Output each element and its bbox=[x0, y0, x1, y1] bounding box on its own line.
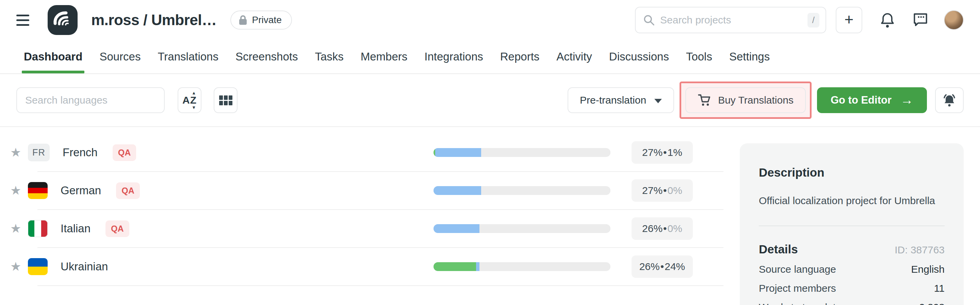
star-icon[interactable]: ★ bbox=[10, 221, 28, 236]
tab-settings[interactable]: Settings bbox=[729, 40, 770, 73]
search-projects-input[interactable] bbox=[660, 14, 808, 26]
progress-stats-badge[interactable]: 26%•0% bbox=[632, 217, 693, 240]
tab-activity[interactable]: Activity bbox=[556, 40, 592, 73]
language-row-ukrainian[interactable]: ★ Ukrainian 26%•24% bbox=[10, 248, 724, 285]
sort-languages-button[interactable]: AZ ▲▼ bbox=[178, 87, 202, 113]
go-to-editor-label: Go to Editor bbox=[830, 94, 891, 106]
progress-stats-badge[interactable]: 26%•24% bbox=[632, 255, 693, 278]
stat-separator: • bbox=[663, 147, 667, 158]
logo-arcs-icon bbox=[52, 10, 73, 30]
buy-translations-button[interactable]: Buy Translations bbox=[685, 87, 806, 113]
arrow-right-icon: → bbox=[900, 93, 913, 106]
description-title: Description bbox=[759, 166, 945, 179]
language-row-italian[interactable]: ★ Italian QA 26%•0% bbox=[10, 210, 724, 247]
detail-label: Words to translate bbox=[759, 302, 842, 305]
pre-translation-label: Pre-translation bbox=[580, 95, 646, 106]
tab-tools[interactable]: Tools bbox=[686, 40, 712, 73]
search-projects-box: / bbox=[635, 7, 826, 33]
progress-translated bbox=[434, 224, 479, 233]
detail-value: 2 898 bbox=[919, 302, 945, 305]
progress-translated bbox=[435, 148, 481, 157]
detail-row-project-members: Project members 11 bbox=[759, 283, 945, 294]
bell-ringing-icon bbox=[942, 93, 957, 107]
shopping-cart-icon bbox=[698, 93, 711, 107]
progress-translated bbox=[434, 186, 481, 195]
stat-translated: 27% bbox=[642, 185, 662, 196]
progress-translated bbox=[476, 262, 479, 271]
progress-stats-badge[interactable]: 27%•1% bbox=[632, 141, 693, 164]
progress-bar bbox=[434, 224, 611, 233]
stat-approved: 1% bbox=[668, 147, 682, 158]
tab-members[interactable]: Members bbox=[361, 40, 408, 73]
tab-discussions[interactable]: Discussions bbox=[609, 40, 669, 73]
search-languages-box bbox=[16, 87, 165, 113]
details-title: Details bbox=[759, 242, 798, 256]
language-row-french[interactable]: ★ FR French QA 27%•1% bbox=[10, 134, 724, 171]
create-project-button[interactable]: + bbox=[836, 7, 862, 33]
language-name[interactable]: Italian bbox=[60, 222, 91, 235]
chevron-down-icon bbox=[654, 99, 662, 103]
detail-row-source-language: Source language English bbox=[759, 264, 945, 275]
search-languages-input[interactable] bbox=[25, 95, 156, 106]
tab-integrations[interactable]: Integrations bbox=[424, 40, 483, 73]
detail-value: English bbox=[911, 264, 945, 275]
go-to-editor-button[interactable]: Go to Editor → bbox=[817, 87, 927, 113]
buy-translations-label: Buy Translations bbox=[718, 95, 794, 106]
stat-translated: 26% bbox=[640, 261, 660, 272]
flag-it bbox=[28, 220, 48, 237]
tab-sources[interactable]: Sources bbox=[99, 40, 140, 73]
stat-approved: 0% bbox=[668, 223, 682, 234]
stat-separator: • bbox=[663, 185, 667, 196]
notifications-bell-icon[interactable] bbox=[880, 12, 895, 28]
stat-separator: • bbox=[663, 223, 667, 234]
progress-approved bbox=[434, 262, 476, 271]
stat-translated: 27% bbox=[642, 147, 662, 158]
language-row-german[interactable]: ★ German QA 27%•0% bbox=[10, 172, 724, 209]
search-shortcut-key: / bbox=[808, 13, 819, 27]
row-divider bbox=[37, 285, 724, 286]
tab-dashboard[interactable]: Dashboard bbox=[24, 40, 82, 73]
dashboard-toolbar: AZ ▲▼ Pre-translation Buy Translations G… bbox=[0, 74, 980, 114]
tab-tasks[interactable]: Tasks bbox=[315, 40, 343, 73]
language-list: ★ FR French QA 27%•1% ★ German QA bbox=[10, 134, 724, 286]
language-name[interactable]: German bbox=[60, 184, 101, 197]
sort-arrows-icon: ▲▼ bbox=[192, 91, 196, 110]
grid-icon bbox=[219, 95, 232, 105]
flag-ua bbox=[28, 258, 48, 275]
lock-icon bbox=[239, 15, 247, 25]
pre-translation-dropdown[interactable]: Pre-translation bbox=[568, 87, 674, 113]
language-name[interactable]: Ukrainian bbox=[60, 260, 108, 273]
panel-divider bbox=[759, 226, 945, 226]
grid-view-button[interactable] bbox=[214, 87, 237, 113]
star-icon[interactable]: ★ bbox=[10, 183, 28, 198]
stat-translated: 26% bbox=[642, 223, 662, 234]
privacy-badge-label: Private bbox=[252, 14, 282, 25]
buy-translations-highlight-annotation: Buy Translations bbox=[679, 82, 811, 119]
language-name[interactable]: French bbox=[63, 146, 98, 159]
progress-stats-badge[interactable]: 27%•0% bbox=[632, 179, 693, 202]
tab-screenshots[interactable]: Screenshots bbox=[235, 40, 298, 73]
crowdin-logo[interactable] bbox=[48, 5, 78, 35]
star-icon[interactable]: ★ bbox=[10, 259, 28, 274]
qa-badge[interactable]: QA bbox=[113, 144, 137, 161]
user-avatar[interactable] bbox=[944, 10, 964, 30]
stat-approved: 24% bbox=[665, 261, 685, 272]
star-icon[interactable]: ★ bbox=[10, 145, 28, 160]
detail-label: Source language bbox=[759, 264, 836, 275]
project-info-panel: Description Official localization projec… bbox=[740, 143, 964, 305]
stat-separator: • bbox=[660, 261, 664, 272]
qa-badge[interactable]: QA bbox=[116, 182, 140, 199]
detail-label: Project members bbox=[759, 283, 836, 294]
messages-chat-icon[interactable] bbox=[913, 13, 928, 27]
progress-bar bbox=[434, 148, 611, 157]
hamburger-menu-icon[interactable] bbox=[16, 11, 34, 29]
page-title: m.ross / Umbrel… bbox=[91, 11, 217, 28]
tab-translations[interactable]: Translations bbox=[158, 40, 218, 73]
plus-icon: + bbox=[845, 11, 854, 27]
progress-bar bbox=[434, 186, 611, 195]
stat-approved: 0% bbox=[668, 185, 682, 196]
search-icon bbox=[643, 14, 655, 26]
tab-reports[interactable]: Reports bbox=[500, 40, 540, 73]
qa-badge[interactable]: QA bbox=[105, 220, 129, 237]
announcements-button[interactable] bbox=[935, 87, 964, 113]
